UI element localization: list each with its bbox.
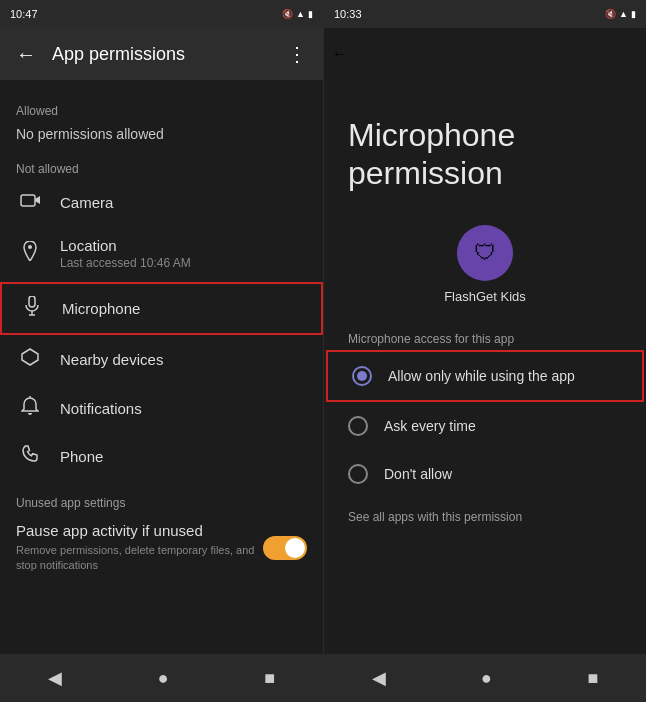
pause-app-text: Pause app activity if unused Remove perm…: [16, 522, 263, 574]
unused-label: Unused app settings: [16, 496, 307, 510]
permission-title-section: Microphone permission: [324, 96, 646, 209]
right-back-nav[interactable]: ◀: [352, 659, 406, 697]
right-battery-icon: ▮: [631, 9, 636, 19]
pause-app-desc: Remove permissions, delete temporary fil…: [16, 543, 263, 574]
pause-app-title: Pause app activity if unused: [16, 522, 263, 539]
notifications-text: Notifications: [60, 400, 307, 417]
left-bottom-nav: ◀ ● ■: [0, 654, 323, 702]
permission-nearby[interactable]: Nearby devices: [0, 335, 323, 384]
home-nav-button[interactable]: ●: [138, 660, 189, 697]
notifications-label: Notifications: [60, 400, 307, 417]
more-options-icon[interactable]: ⋮: [279, 34, 315, 74]
svg-point-2: [28, 245, 32, 249]
right-back-button[interactable]: ←: [332, 45, 348, 63]
pause-app-toggle[interactable]: [263, 536, 307, 560]
right-content: Microphone permission 🛡 FlashGet Kids Mi…: [324, 80, 646, 654]
microphone-text: Microphone: [62, 300, 305, 317]
access-label: Microphone access for this app: [324, 324, 646, 350]
nearby-label: Nearby devices: [60, 351, 307, 368]
right-wifi-icon: ▲: [619, 9, 628, 19]
radio-circle-dont: [348, 464, 368, 484]
left-status-bar: 10:47 🔇 ▲ ▮: [0, 0, 323, 28]
left-status-icons: 🔇 ▲ ▮: [282, 9, 313, 19]
permission-notifications[interactable]: Notifications: [0, 384, 323, 433]
right-recents-nav[interactable]: ■: [567, 660, 618, 697]
right-home-nav[interactable]: ●: [461, 660, 512, 697]
app-info-section: 🛡 FlashGet Kids: [324, 209, 646, 324]
camera-icon: [16, 192, 44, 213]
unused-section: Unused app settings: [0, 480, 323, 522]
see-all-apps-link[interactable]: See all apps with this permission: [324, 498, 646, 536]
left-panel: 10:47 🔇 ▲ ▮ ← App permissions ⋮ Allowed …: [0, 0, 323, 702]
right-status-icons: 🔇 ▲ ▮: [605, 9, 636, 19]
location-label: Location: [60, 237, 307, 254]
permission-location[interactable]: Location Last accessed 10:46 AM: [0, 225, 323, 282]
phone-icon: [16, 445, 44, 468]
radio-circle-selected: [352, 366, 372, 386]
wifi-icon: ▲: [296, 9, 305, 19]
left-top-bar: ← App permissions ⋮: [0, 28, 323, 80]
nearby-icon: [16, 347, 44, 372]
camera-label: Camera: [60, 194, 307, 211]
microphone-label: Microphone: [62, 300, 305, 317]
camera-text: Camera: [60, 194, 307, 211]
permission-phone[interactable]: Phone: [0, 433, 323, 480]
radio-allow-label: Allow only while using the app: [388, 368, 575, 384]
pause-app-container: Pause app activity if unused Remove perm…: [0, 522, 323, 574]
not-allowed-section-label: Not allowed: [0, 154, 323, 180]
radio-circle-ask: [348, 416, 368, 436]
radio-ask-label: Ask every time: [384, 418, 476, 434]
right-status-bar: 10:33 🔇 ▲ ▮: [324, 0, 646, 28]
permission-microphone[interactable]: Microphone: [0, 282, 323, 335]
permission-camera[interactable]: Camera: [0, 180, 323, 225]
left-content: Allowed No permissions allowed Not allow…: [0, 80, 323, 654]
app-icon-emoji: 🛡: [474, 240, 496, 266]
location-text: Location Last accessed 10:46 AM: [60, 237, 307, 270]
svg-rect-0: [21, 195, 35, 206]
notifications-icon: [16, 396, 44, 421]
radio-ask-every-time[interactable]: Ask every time: [324, 402, 646, 450]
back-button[interactable]: ←: [8, 35, 44, 74]
allowed-section-label: Allowed: [0, 96, 323, 122]
page-title: App permissions: [52, 44, 279, 65]
microphone-icon: [18, 296, 46, 321]
location-icon: [16, 241, 44, 266]
battery-icon: ▮: [308, 9, 313, 19]
radio-allow-while-using[interactable]: Allow only while using the app: [326, 350, 644, 402]
permission-title: Microphone permission: [348, 116, 622, 193]
svg-rect-3: [29, 296, 35, 307]
recents-nav-button[interactable]: ■: [244, 660, 295, 697]
radio-dont-allow[interactable]: Don't allow: [324, 450, 646, 498]
phone-label: Phone: [60, 448, 307, 465]
right-top-bar: ←: [324, 28, 646, 80]
no-permissions-text: No permissions allowed: [0, 122, 323, 154]
right-time: 10:33: [334, 8, 362, 20]
location-sub: Last accessed 10:46 AM: [60, 256, 307, 270]
svg-marker-6: [22, 349, 38, 365]
left-time: 10:47: [10, 8, 38, 20]
right-panel: 10:33 🔇 ▲ ▮ ← Microphone permission 🛡 Fl…: [323, 0, 646, 702]
phone-text: Phone: [60, 448, 307, 465]
right-mute-icon: 🔇: [605, 9, 616, 19]
back-nav-button[interactable]: ◀: [28, 659, 82, 697]
app-name: FlashGet Kids: [444, 289, 526, 304]
app-icon: 🛡: [457, 225, 513, 281]
nearby-text: Nearby devices: [60, 351, 307, 368]
radio-dont-label: Don't allow: [384, 466, 452, 482]
right-bottom-nav: ◀ ● ■: [324, 654, 646, 702]
mute-icon: 🔇: [282, 9, 293, 19]
